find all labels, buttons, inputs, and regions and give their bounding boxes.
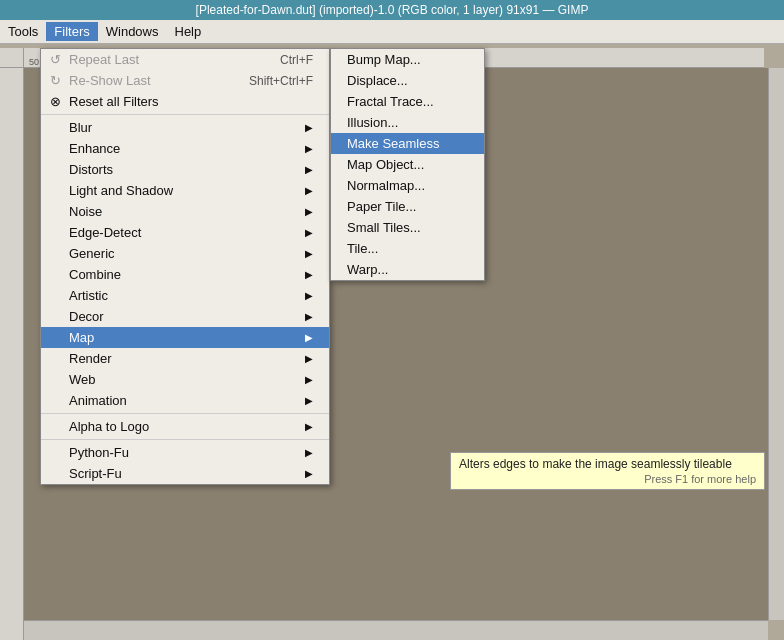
- window-title: [Pleated-for-Dawn.dut] (imported)-1.0 (R…: [196, 3, 589, 17]
- menu-item-distorts[interactable]: Distorts ▶: [41, 159, 329, 180]
- separator-1: [41, 114, 329, 115]
- map-submenu-displace[interactable]: Displace...: [331, 70, 484, 91]
- menu-bar: Tools Filters Windows Help: [0, 20, 784, 44]
- menu-tools[interactable]: Tools: [0, 22, 46, 41]
- enhance-arrow: ▶: [305, 143, 313, 154]
- menu-item-map[interactable]: Map ▶: [41, 327, 329, 348]
- menu-item-reset-filters[interactable]: ⊗ Reset all Filters: [41, 91, 329, 112]
- reset-filters-icon: ⊗: [45, 94, 65, 109]
- title-bar: [Pleated-for-Dawn.dut] (imported)-1.0 (R…: [0, 0, 784, 20]
- decor-arrow: ▶: [305, 311, 313, 322]
- menu-item-reshow-last[interactable]: ↻ Re-Show Last Shift+Ctrl+F: [41, 70, 329, 91]
- scrollbar-horizontal[interactable]: [24, 620, 768, 640]
- web-arrow: ▶: [305, 374, 313, 385]
- menu-item-enhance[interactable]: Enhance ▶: [41, 138, 329, 159]
- filters-menu: ↺ Repeat Last Ctrl+F ↻ Re-Show Last Shif…: [40, 48, 330, 485]
- map-submenu: Bump Map... Displace... Fractal Trace...…: [330, 48, 485, 281]
- python-fu-arrow: ▶: [305, 447, 313, 458]
- light-shadow-arrow: ▶: [305, 185, 313, 196]
- animation-arrow: ▶: [305, 395, 313, 406]
- generic-arrow: ▶: [305, 248, 313, 259]
- noise-arrow: ▶: [305, 206, 313, 217]
- tooltip-main-text: Alters edges to make the image seamlessl…: [459, 457, 756, 471]
- map-submenu-bump-map[interactable]: Bump Map...: [331, 49, 484, 70]
- map-submenu-fractal-trace[interactable]: Fractal Trace...: [331, 91, 484, 112]
- menu-item-repeat-last[interactable]: ↺ Repeat Last Ctrl+F: [41, 49, 329, 70]
- tooltip-hint-text: Press F1 for more help: [459, 473, 756, 485]
- menu-item-decor[interactable]: Decor ▶: [41, 306, 329, 327]
- menu-item-generic[interactable]: Generic ▶: [41, 243, 329, 264]
- menu-item-edge-detect[interactable]: Edge-Detect ▶: [41, 222, 329, 243]
- combine-arrow: ▶: [305, 269, 313, 280]
- map-submenu-illusion[interactable]: Illusion...: [331, 112, 484, 133]
- menu-item-web[interactable]: Web ▶: [41, 369, 329, 390]
- map-submenu-small-tiles[interactable]: Small Tiles...: [331, 217, 484, 238]
- map-submenu-map-object[interactable]: Map Object...: [331, 154, 484, 175]
- menu-item-artistic[interactable]: Artistic ▶: [41, 285, 329, 306]
- script-fu-arrow: ▶: [305, 468, 313, 479]
- menu-item-animation[interactable]: Animation ▶: [41, 390, 329, 411]
- map-submenu-normalmap[interactable]: Normalmap...: [331, 175, 484, 196]
- scrollbar-vertical[interactable]: [768, 68, 784, 620]
- separator-2: [41, 413, 329, 414]
- menu-item-script-fu[interactable]: Script-Fu ▶: [41, 463, 329, 484]
- menu-item-noise[interactable]: Noise ▶: [41, 201, 329, 222]
- map-submenu-make-seamless[interactable]: Make Seamless: [331, 133, 484, 154]
- map-submenu-paper-tile[interactable]: Paper Tile...: [331, 196, 484, 217]
- tooltip-box: Alters edges to make the image seamlessl…: [450, 452, 765, 490]
- map-submenu-warp[interactable]: Warp...: [331, 259, 484, 280]
- menu-item-blur[interactable]: Blur ▶: [41, 117, 329, 138]
- menu-item-render[interactable]: Render ▶: [41, 348, 329, 369]
- menu-item-light-shadow[interactable]: Light and Shadow ▶: [41, 180, 329, 201]
- menu-item-python-fu[interactable]: Python-Fu ▶: [41, 442, 329, 463]
- repeat-last-icon: ↺: [45, 52, 65, 67]
- map-arrow: ▶: [305, 332, 313, 343]
- edge-detect-arrow: ▶: [305, 227, 313, 238]
- alpha-to-logo-arrow: ▶: [305, 421, 313, 432]
- render-arrow: ▶: [305, 353, 313, 364]
- map-submenu-tile[interactable]: Tile...: [331, 238, 484, 259]
- menu-help[interactable]: Help: [167, 22, 210, 41]
- menu-filters[interactable]: Filters: [46, 22, 97, 41]
- artistic-arrow: ▶: [305, 290, 313, 301]
- blur-arrow: ▶: [305, 122, 313, 133]
- distorts-arrow: ▶: [305, 164, 313, 175]
- menu-item-combine[interactable]: Combine ▶: [41, 264, 329, 285]
- separator-3: [41, 439, 329, 440]
- ruler-corner: [0, 48, 24, 68]
- menu-item-alpha-to-logo[interactable]: Alpha to Logo ▶: [41, 416, 329, 437]
- ruler-vertical: [0, 68, 24, 640]
- menu-windows[interactable]: Windows: [98, 22, 167, 41]
- reshow-last-icon: ↻: [45, 73, 65, 88]
